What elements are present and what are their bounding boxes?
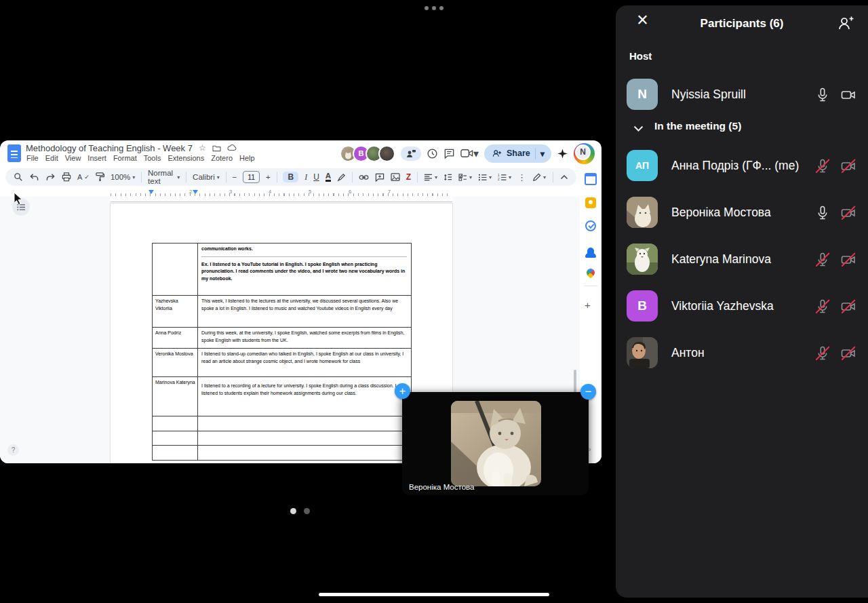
menu-extensions[interactable]: Extensions [167, 154, 204, 162]
menu-edit[interactable]: Edit [45, 154, 58, 162]
camera-icon[interactable] [840, 87, 856, 103]
google-docs-icon[interactable] [7, 144, 21, 162]
participant-row[interactable]: Вероніка Мостова [616, 189, 868, 236]
zotero-button[interactable]: Z [406, 172, 411, 182]
calendar-icon[interactable] [585, 173, 597, 185]
insert-link-icon[interactable] [359, 174, 369, 180]
meet-camera-icon[interactable]: ▾ [460, 147, 479, 160]
menu-zotero[interactable]: Zotero [211, 154, 233, 162]
table-row[interactable]: Veronika Mostova I listened to stand-up … [153, 349, 411, 377]
cloud-status-icon[interactable] [227, 144, 237, 151]
menu-format[interactable]: Format [113, 154, 137, 162]
table-row[interactable]: communication works. Ex. I listened to a… [153, 244, 411, 296]
table-row[interactable] [153, 446, 411, 460]
search-icon[interactable] [14, 172, 23, 182]
participant-row-host[interactable]: N Nyissia Spruill [616, 71, 868, 118]
mic-icon[interactable] [814, 87, 831, 103]
mic-icon[interactable] [814, 205, 831, 221]
collapse-toolbar-icon[interactable] [560, 174, 568, 180]
print-icon[interactable] [62, 172, 71, 182]
align-button[interactable]: ▾ [424, 174, 437, 181]
bold-button[interactable]: B [283, 172, 298, 182]
zoom-in-button[interactable]: + [395, 383, 410, 399]
document-scrollbar[interactable] [574, 370, 576, 393]
camera-icon[interactable] [840, 252, 856, 268]
share-button[interactable]: Share ▾ [484, 144, 551, 163]
camera-icon[interactable] [840, 205, 856, 221]
account-avatar[interactable]: N [574, 143, 595, 164]
meet-caret-icon[interactable]: ▾ [473, 147, 479, 160]
floating-video-tile[interactable]: Вероніка Мостова [402, 392, 589, 495]
app-page-dots[interactable] [290, 508, 310, 514]
font-size-increase[interactable]: + [266, 173, 271, 181]
paragraph-style-select[interactable]: Normal text▾ [148, 169, 180, 185]
collaborator-avatar-photo2[interactable] [378, 145, 395, 162]
comments-icon[interactable] [443, 148, 455, 159]
document-table[interactable]: communication works. Ex. I listened to a… [152, 243, 412, 461]
tasks-icon[interactable] [585, 220, 597, 232]
redo-icon[interactable] [45, 173, 56, 182]
table-row[interactable] [153, 431, 411, 446]
in-meeting-section-header[interactable]: In the meeting (5) [616, 118, 868, 137]
text-color-button[interactable]: A [326, 172, 331, 182]
participant-row[interactable]: Kateryna Marinova [616, 236, 868, 283]
mic-icon[interactable] [814, 252, 831, 268]
menu-file[interactable]: File [26, 154, 39, 162]
table-row[interactable]: Marinova Kateryna I listened to a record… [153, 377, 411, 416]
font-size-decrease[interactable]: − [232, 173, 237, 181]
toolbar-more-icon[interactable]: ⋮ [517, 172, 526, 182]
zoom-out-button[interactable]: − [580, 384, 596, 400]
mic-icon[interactable] [814, 298, 831, 315]
checklist-button[interactable]: ▾ [458, 174, 472, 181]
home-indicator[interactable] [319, 593, 549, 596]
bulleted-list-button[interactable]: ▾ [478, 174, 492, 181]
menu-view[interactable]: View [65, 154, 81, 162]
gemini-sparkle-icon[interactable] [557, 148, 568, 159]
mic-icon[interactable] [814, 345, 831, 362]
italic-button[interactable]: I [304, 172, 307, 182]
participant-row[interactable]: B Viktoriia Yazhevska [616, 283, 868, 330]
camera-icon[interactable] [840, 158, 856, 174]
participant-row[interactable]: АП Анна Подріз (ГФ... (me) [616, 142, 868, 189]
table-row[interactable]: Yazhevska Viktoriia This week, I listene… [153, 296, 411, 328]
camera-icon[interactable] [840, 345, 856, 362]
participant-row[interactable]: Антон [616, 330, 868, 376]
move-folder-icon[interactable] [212, 144, 221, 152]
mic-icon[interactable] [814, 158, 831, 174]
menu-insert[interactable]: Insert [87, 154, 106, 162]
multitask-indicator-icon[interactable] [425, 6, 443, 10]
maps-icon[interactable] [585, 267, 597, 279]
camera-icon[interactable] [840, 298, 856, 315]
menu-tools[interactable]: Tools [144, 154, 161, 162]
accessibility-help-icon[interactable]: ? [7, 444, 19, 456]
version-history-icon[interactable] [427, 148, 438, 159]
editing-mode-button[interactable]: ▾ [532, 173, 546, 182]
zoom-select[interactable]: 100%▾ [111, 173, 135, 181]
table-row[interactable]: Anna Podriz During this week, at the uni… [153, 328, 411, 349]
font-select[interactable]: Calibri▾ [193, 173, 220, 181]
add-comment-icon[interactable] [375, 173, 384, 182]
document-title[interactable]: Methodology of Teaching English - Week 7 [26, 143, 193, 153]
keep-icon[interactable] [585, 197, 597, 209]
numbered-list-button[interactable]: 12 ▾ [498, 174, 511, 181]
line-spacing-icon[interactable] [443, 174, 452, 181]
contacts-icon[interactable] [585, 244, 597, 256]
font-size-field[interactable]: 11 [243, 171, 260, 183]
indent-marker-left[interactable] [149, 190, 154, 194]
share-caret-icon[interactable]: ▾ [540, 149, 545, 159]
ruler[interactable]: 1 2 3 4 5 6 7 [0, 188, 580, 197]
follow-presenter-icon[interactable] [401, 147, 421, 161]
star-icon[interactable]: ☆ [199, 144, 206, 152]
insert-image-icon[interactable] [391, 173, 400, 181]
highlight-icon[interactable] [337, 173, 346, 182]
add-participant-icon[interactable] [837, 15, 854, 34]
add-addon-icon[interactable]: + [585, 299, 591, 311]
spellcheck-icon[interactable]: A✓ [77, 173, 90, 181]
underline-button[interactable]: U [313, 172, 319, 182]
side-panel-expand-icon[interactable]: › [589, 446, 591, 453]
table-row[interactable] [153, 416, 411, 431]
menu-help[interactable]: Help [239, 154, 255, 162]
indent-marker-firstline[interactable] [193, 190, 198, 194]
paint-format-icon[interactable] [96, 172, 104, 182]
undo-icon[interactable] [29, 173, 39, 182]
